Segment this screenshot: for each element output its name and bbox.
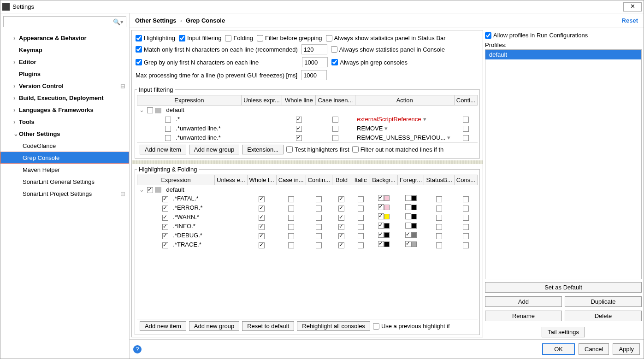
ok-button[interactable]: OK bbox=[542, 343, 575, 355]
add-item-button[interactable]: Add new item bbox=[140, 145, 186, 154]
tree-tools[interactable]: ›Tools bbox=[0, 116, 129, 128]
table-row[interactable]: .*unwanted line.*REMOVE▾ bbox=[137, 124, 478, 133]
th[interactable]: Unless e... bbox=[215, 175, 247, 185]
chevron-down-icon[interactable]: ▾ bbox=[383, 125, 390, 132]
reset-link[interactable]: Reset bbox=[622, 17, 638, 24]
th[interactable]: Case in... bbox=[276, 175, 306, 185]
app-icon bbox=[2, 3, 10, 11]
tree-editor[interactable]: ›Editor bbox=[0, 56, 129, 68]
hl-table: Expression Unless e... Whole l... Case i… bbox=[137, 175, 478, 250]
th[interactable]: Backgr... bbox=[370, 175, 398, 185]
tree-codeglance[interactable]: CodeGlance bbox=[0, 140, 129, 152]
chk-always-console[interactable]: Always show statistics panel in Console bbox=[331, 46, 445, 53]
splitter-handle[interactable] bbox=[132, 160, 483, 164]
crumb-b: Grep Console bbox=[186, 17, 225, 24]
tree-grepconsole[interactable]: Grep Console bbox=[0, 152, 129, 164]
tree-lang[interactable]: ›Languages & Frameworks bbox=[0, 104, 129, 116]
tree-mavenhelper[interactable]: Maven Helper bbox=[0, 164, 129, 176]
th-cont[interactable]: Conti... bbox=[454, 95, 477, 106]
add-item-button[interactable]: Add new item bbox=[140, 321, 186, 331]
table-row[interactable]: .*INFO.* bbox=[137, 222, 478, 231]
delete-button[interactable]: Delete bbox=[565, 311, 642, 321]
profiles-list: default bbox=[485, 49, 642, 279]
table-row[interactable]: .*externalScriptReference▾ bbox=[137, 115, 478, 124]
tree-plugins[interactable]: Plugins bbox=[0, 68, 129, 80]
th[interactable]: StatusB... bbox=[424, 175, 454, 185]
table-row[interactable]: .*DEBUG.* bbox=[137, 231, 478, 240]
chk-always-status[interactable]: Always show statistics panel in Status B… bbox=[326, 35, 446, 41]
table-row[interactable]: .*unwanted line.*REMOVE_UNLESS_PREVIOU..… bbox=[137, 133, 478, 142]
gear-icon: ⊟ bbox=[120, 190, 125, 197]
table-row[interactable]: .*FATAL.* bbox=[137, 194, 478, 203]
apply-button[interactable]: Apply bbox=[613, 343, 640, 355]
tree-appearance[interactable]: ›Appearance & Behavior bbox=[0, 32, 129, 44]
th-action[interactable]: Action bbox=[355, 95, 454, 106]
chk-always-pin[interactable]: Always pin grep consoles bbox=[331, 59, 408, 66]
profiles-label: Profiles: bbox=[485, 41, 642, 49]
add-button[interactable]: Add bbox=[485, 296, 562, 307]
grep-n-input[interactable] bbox=[302, 57, 328, 67]
tree-sonarlint-project[interactable]: SonarLint Project Settings⊟ bbox=[0, 188, 129, 200]
tree-sonarlint-general[interactable]: SonarLint General Settings bbox=[0, 176, 129, 188]
close-icon[interactable]: ✕ bbox=[623, 2, 642, 12]
tree-build[interactable]: ›Build, Execution, Deployment bbox=[0, 92, 129, 104]
table-row[interactable]: .*ERROR.* bbox=[137, 203, 478, 212]
table-row[interactable]: .*TRACE.* bbox=[137, 240, 478, 249]
table-row[interactable]: .*WARN.* bbox=[137, 212, 478, 222]
tree-vcs[interactable]: ›Version Control⊟ bbox=[0, 80, 129, 92]
tree-other[interactable]: ⌄Other Settings bbox=[0, 128, 129, 140]
rehighlight-button[interactable]: Rehighlight all consoles bbox=[297, 321, 370, 331]
chk-folding[interactable]: Folding bbox=[225, 35, 253, 41]
help-icon[interactable]: ? bbox=[133, 345, 142, 353]
th[interactable]: Expression bbox=[137, 175, 215, 185]
breadcrumb: Other Settings › Grep Console Reset bbox=[130, 13, 644, 28]
search-input[interactable] bbox=[3, 16, 126, 27]
chk-test-highlighters[interactable]: Test highlighters first bbox=[286, 146, 349, 153]
chevron-down-icon[interactable]: ▾ bbox=[445, 134, 452, 141]
cancel-button[interactable]: Cancel bbox=[579, 343, 609, 355]
reset-default-button[interactable]: Reset to default bbox=[242, 321, 294, 331]
filter-legend: Input filtering bbox=[137, 86, 175, 93]
match-n-input[interactable] bbox=[301, 44, 327, 54]
chk-match-first[interactable]: Match only first N characters on each li… bbox=[136, 46, 298, 53]
tree-keymap[interactable]: Keymap bbox=[0, 44, 129, 56]
th-case[interactable]: Case insen... bbox=[316, 95, 355, 106]
chevron-right-icon: › bbox=[180, 17, 182, 24]
tail-settings-button[interactable]: Tail settings bbox=[542, 327, 585, 337]
maxproc-input[interactable] bbox=[301, 70, 327, 80]
gear-icon: ⊟ bbox=[120, 82, 125, 89]
titlebar: Settings ✕ bbox=[0, 0, 644, 13]
profile-item[interactable]: default bbox=[485, 50, 641, 59]
th-expression[interactable]: Expression bbox=[137, 95, 242, 106]
search-icon: 🔍▾ bbox=[113, 18, 124, 25]
chk-filter-out[interactable]: Filter out not matched lines if th bbox=[352, 146, 444, 153]
th[interactable]: Foregr... bbox=[397, 175, 424, 185]
chk-grep-first[interactable]: Grep by only first N characters on each … bbox=[136, 59, 259, 66]
highlighting-group: Highlighting & Folding Expression Unless… bbox=[135, 166, 480, 335]
chevron-down-icon[interactable]: ▾ bbox=[421, 116, 428, 123]
th[interactable]: Cons... bbox=[454, 175, 477, 185]
crumb-a[interactable]: Other Settings bbox=[135, 17, 177, 24]
chk-previous-highlight[interactable]: Use a previous highlight if bbox=[373, 323, 450, 330]
chk-filter-before[interactable]: Filter before grepping bbox=[257, 35, 322, 41]
chk-input-filtering[interactable]: Input filtering bbox=[179, 35, 221, 41]
th[interactable]: Italic bbox=[351, 175, 370, 185]
th[interactable]: Contin... bbox=[306, 175, 332, 185]
rename-button[interactable]: Rename bbox=[485, 311, 562, 321]
th[interactable]: Bold bbox=[332, 175, 351, 185]
add-group-button[interactable]: Add new group bbox=[189, 321, 239, 331]
table-row[interactable]: ⌄ default bbox=[137, 106, 478, 115]
th-unless[interactable]: Unless expr... bbox=[241, 95, 282, 106]
chk-allow-profiles[interactable]: Allow profiles in Run Configurations bbox=[485, 30, 642, 41]
chk-highlighting[interactable]: Highlighting bbox=[136, 35, 175, 41]
extension-button[interactable]: Extension... bbox=[242, 145, 284, 154]
th-whole[interactable]: Whole line bbox=[282, 95, 316, 106]
duplicate-button[interactable]: Duplicate bbox=[565, 296, 642, 307]
input-filtering-group: Input filtering Expression Unless expr..… bbox=[135, 86, 480, 159]
th[interactable]: Whole l... bbox=[247, 175, 276, 185]
table-row[interactable]: ⌄ default bbox=[137, 185, 478, 194]
folder-icon bbox=[155, 187, 161, 193]
dialog-footer: ? OK Cancel Apply bbox=[130, 339, 644, 359]
set-default-button[interactable]: Set as Default bbox=[485, 282, 642, 293]
add-group-button[interactable]: Add new group bbox=[189, 145, 239, 154]
